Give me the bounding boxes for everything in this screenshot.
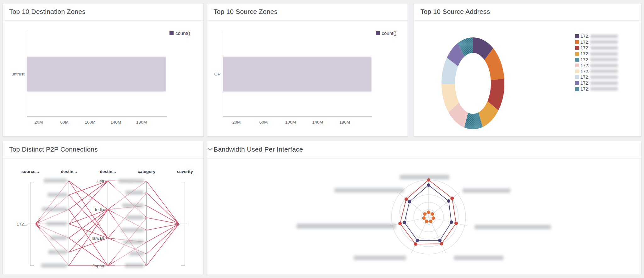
country-label-taiwan: Taiwan (91, 236, 104, 241)
radar-point-middle-purple[interactable] (427, 183, 430, 187)
radar-chart-area[interactable] (207, 158, 641, 275)
legend-item-1[interactable]: 172. (575, 33, 618, 39)
panel-header: Bandwidth Used Per Interface (207, 141, 641, 158)
blurred-interface-label (454, 256, 503, 260)
blurred-interface-label (354, 256, 406, 260)
x-tick-label: 140M (110, 120, 121, 125)
radar-point-middle-purple[interactable] (450, 220, 453, 224)
legend-item-5[interactable]: 172. (575, 57, 618, 63)
legend-swatch (575, 46, 579, 50)
blurred-ip-text (590, 46, 618, 50)
panel-header: Top Distinct P2P Connections (3, 141, 203, 158)
radar-point-middle-purple[interactable] (438, 239, 441, 242)
country-label-usa: Usa (97, 179, 104, 183)
blurred-label (125, 191, 144, 195)
legend-ip-prefix: 172. (580, 51, 589, 56)
legend-item-3[interactable]: 172. (575, 45, 618, 51)
radar-point-middle-purple[interactable] (408, 200, 411, 203)
legend-swatch (575, 87, 579, 91)
edge (147, 224, 179, 242)
x-tick-label: 60M (259, 120, 268, 125)
chevron-down-icon[interactable] (207, 147, 213, 151)
panel-title: Bandwidth Used Per Interface (214, 146, 303, 153)
source-zones-chart-area[interactable]: GP20M60M100M140M180M count() (207, 21, 408, 136)
radar-point-inner-orange[interactable] (422, 216, 426, 220)
dest-zones-bar-chart[interactable]: untrust20M60M100M140M180M (3, 21, 203, 136)
donut-legend[interactable]: 172.172.172.172.172.172.172.172.172.172. (575, 33, 618, 92)
x-tick-label: 60M (60, 120, 69, 125)
legend-item-2[interactable]: 172. (575, 39, 618, 45)
blurred-label (42, 207, 67, 211)
y-category-label: GP (214, 72, 220, 76)
edge (69, 238, 108, 266)
legend-item-8[interactable]: 172. (575, 74, 618, 80)
p2p-chart-area[interactable]: source...destin...destin...categorysever… (3, 158, 203, 275)
blurred-label (119, 179, 144, 183)
legend-swatch (575, 34, 579, 38)
blurred-interface-label (297, 224, 396, 229)
radar-point-outer-red[interactable] (404, 197, 408, 201)
legend-ip-prefix: 172. (580, 63, 589, 68)
blurred-label (48, 250, 67, 254)
blurred-ip-text (590, 70, 618, 73)
legend-item-7[interactable]: 172. (575, 69, 618, 75)
chart-legend[interactable]: count() (169, 31, 190, 36)
legend-label: count() (382, 31, 397, 36)
radar-point-middle-purple[interactable] (402, 221, 406, 224)
edge (147, 218, 179, 224)
legend-item-10[interactable]: 172. (575, 86, 618, 92)
chart-legend[interactable]: count() (376, 31, 397, 36)
radar-point-outer-red[interactable] (454, 221, 458, 225)
country-label-japan: Japan (92, 264, 104, 268)
radar-point-inner-orange[interactable] (431, 216, 435, 220)
blurred-label (44, 179, 67, 183)
legend-item-9[interactable]: 172. (575, 80, 618, 86)
radar-point-inner-orange[interactable] (429, 220, 432, 223)
column-header-4: category (138, 169, 156, 174)
radar-point-inner-orange[interactable] (425, 220, 428, 223)
legend-ip-prefix: 172. (580, 86, 589, 92)
column-header-3: destin... (100, 169, 116, 174)
x-tick-label: 20M (232, 120, 241, 125)
country-label-india: India (95, 207, 104, 212)
legend-swatch (575, 58, 579, 62)
radar-point-inner-orange[interactable] (430, 212, 434, 216)
panel-bandwidth-used-per-interface: Bandwidth Used Per Interface (207, 141, 641, 275)
p2p-parallel-coordinates-chart[interactable]: source...destin...destin...categorysever… (3, 158, 203, 275)
edge (147, 224, 179, 254)
edge (147, 224, 179, 230)
radar-point-outer-red[interactable] (450, 197, 454, 200)
blurred-label (46, 222, 67, 226)
legend-ip-prefix: 172. (580, 81, 589, 86)
radar-point-outer-red[interactable] (440, 242, 443, 246)
radar-point-middle-purple[interactable] (447, 199, 450, 203)
bar-untrust[interactable] (27, 57, 166, 92)
radar-point-inner-orange[interactable] (427, 210, 430, 214)
panel-title: Top 10 Source Address (420, 8, 490, 15)
source-address-chart-area[interactable]: 172.172.172.172.172.172.172.172.172.172. (414, 21, 641, 136)
blurred-ip-text (590, 35, 618, 38)
blurred-ip-text (590, 40, 618, 44)
radar-point-inner-orange[interactable] (423, 212, 427, 216)
radar-point-outer-red[interactable] (398, 222, 402, 225)
blurred-ip-text (590, 64, 618, 67)
legend-item-4[interactable]: 172. (575, 51, 618, 57)
blurred-ip-text (590, 81, 618, 85)
blurred-label (125, 264, 144, 268)
panel-header: Top 10 Source Address (414, 3, 641, 21)
blurred-ip-text (590, 58, 618, 61)
legend-label: count() (175, 31, 190, 36)
dest-zones-chart-area[interactable]: untrust20M60M100M140M180M count() (3, 21, 203, 136)
radar-point-middle-purple[interactable] (416, 239, 419, 242)
legend-item-6[interactable]: 172. (575, 63, 618, 69)
panel-title: Top 10 Source Zones (214, 8, 277, 15)
blurred-label (121, 228, 144, 232)
radar-point-outer-red[interactable] (414, 242, 417, 246)
blurred-ip-text (590, 52, 618, 56)
legend-ip-prefix: 172. (580, 34, 589, 39)
legend-ip-prefix: 172. (580, 45, 589, 50)
blurred-label (41, 264, 67, 268)
source-zones-bar-chart[interactable]: GP20M60M100M140M180M (207, 21, 408, 136)
bar-GP[interactable] (223, 57, 371, 92)
legend-swatch (575, 75, 579, 79)
